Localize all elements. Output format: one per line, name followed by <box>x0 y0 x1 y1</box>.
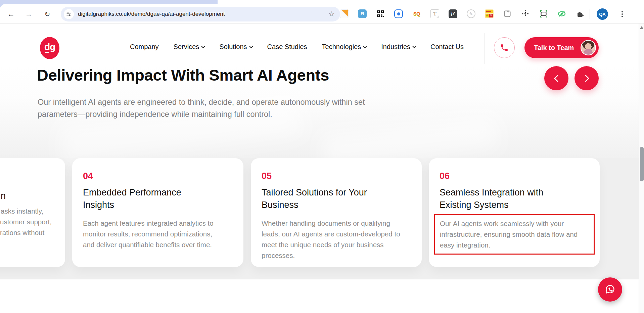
card-title-fragment: n <box>1 190 6 202</box>
site-logo[interactable]: dg <box>40 37 59 59</box>
nav-item-services[interactable]: Services <box>174 43 205 51</box>
page-ruler-extension-icon[interactable] <box>503 9 512 18</box>
url-text: digitalgraphiks.co.uk/demo/dgae-qa/ai-ag… <box>78 11 225 17</box>
carousel-prev-button[interactable] <box>544 66 568 90</box>
pixel-grid-extension-icon[interactable] <box>521 9 530 18</box>
card-body: Whether handling documents or qualifying… <box>262 218 406 261</box>
font-identifier-extension-icon[interactable]: FI <box>358 9 367 18</box>
browser-toolbar: ← → ↻ digitalgraphiks.co.uk/demo/dgae-qa… <box>0 4 644 24</box>
team-avatar <box>581 40 596 55</box>
forward-button[interactable]: → <box>24 9 34 19</box>
card-04: 04 Embedded Performance Insights Each ag… <box>72 158 243 267</box>
extensions-puzzle-icon[interactable] <box>576 9 584 18</box>
webpage: dg Company Services Solutions Case Studi… <box>0 24 639 313</box>
screenshot-extension-icon[interactable] <box>539 9 548 18</box>
carousel-next-button[interactable] <box>574 66 599 90</box>
extensions-row: FI SQ T f? ✎ <box>340 9 584 18</box>
scrollbar[interactable] <box>639 24 644 313</box>
card-body: Each agent features integrated analytics… <box>83 218 222 250</box>
nav-item-technologies[interactable]: Technologies <box>322 43 367 51</box>
profile-avatar[interactable]: QA <box>597 8 608 20</box>
nav-item-case-studies[interactable]: Case Studies <box>267 43 307 51</box>
card-body-fragment: rations without <box>0 229 44 237</box>
chevron-down-icon <box>412 44 416 48</box>
main-navigation: Company Services Solutions Case Studies … <box>130 43 464 51</box>
browser-window: ← → ↻ digitalgraphiks.co.uk/demo/dgae-qa… <box>0 0 644 313</box>
function-help-extension-icon[interactable]: f? <box>449 9 457 18</box>
qr-code-extension-icon[interactable] <box>376 9 385 18</box>
bookmark-star-icon[interactable]: ☆ <box>328 10 335 18</box>
nav-item-company[interactable]: Company <box>130 43 159 51</box>
talk-to-team-label: Talk to Team <box>534 44 574 52</box>
browser-menu-icon[interactable] <box>617 9 627 19</box>
address-bar[interactable]: digitalgraphiks.co.uk/demo/dgae-qa/ai-ag… <box>61 7 340 21</box>
talk-to-team-button[interactable]: Talk to Team <box>524 37 599 58</box>
chevron-down-icon <box>363 44 367 48</box>
whatsapp-button[interactable] <box>598 277 622 302</box>
screen-record-extension-icon[interactable] <box>394 9 403 18</box>
scrollbar-up-arrow[interactable] <box>640 26 644 29</box>
nav-item-contact-us[interactable]: Contact Us <box>430 43 464 51</box>
header-divider <box>484 33 485 64</box>
nav-item-solutions[interactable]: Solutions <box>219 43 252 51</box>
phone-call-button[interactable] <box>494 37 515 58</box>
card-body-fragment: ustomer support, <box>0 218 52 226</box>
chevron-left-icon <box>554 75 561 82</box>
card-05: 05 Tailored Solutions for Your Business … <box>251 158 422 267</box>
chevron-down-icon <box>249 44 253 48</box>
page-subtitle: Our intelligent AI agents are engineered… <box>38 96 394 120</box>
scrollbar-thumb[interactable] <box>640 147 644 181</box>
seoquake-extension-icon[interactable]: SQ <box>412 9 421 18</box>
toolbar-divider <box>590 9 590 19</box>
card-body: Our AI agents work seamlessly with your … <box>440 218 589 251</box>
logo-underline <box>45 52 49 53</box>
site-info-icon[interactable] <box>64 9 74 19</box>
text-tool-extension-icon[interactable]: T <box>430 9 439 18</box>
card-title: Seamless Integration with Existing Syste… <box>440 186 574 211</box>
annotation-highlight-box: Our AI agents work seamlessly with your … <box>434 214 595 255</box>
nav-item-industries[interactable]: Industries <box>381 43 416 51</box>
phone-icon <box>500 43 509 52</box>
card-06: 06 Seamless Integration with Existing Sy… <box>429 158 600 267</box>
card-number: 05 <box>262 171 272 181</box>
measure-extension-icon[interactable] <box>340 9 349 18</box>
page-title: Delivering Impact With Smart AI Agents <box>37 66 329 84</box>
chevron-down-icon <box>201 44 205 48</box>
back-button[interactable]: ← <box>6 9 16 19</box>
card-number: 06 <box>440 171 450 181</box>
card-body-fragment: asks instantly, <box>1 207 43 215</box>
whatsapp-icon <box>603 283 617 296</box>
chevron-right-icon <box>582 75 589 82</box>
card-number: 04 <box>83 171 93 181</box>
visibility-extension-icon[interactable] <box>557 9 566 18</box>
card-partial: n asks instantly, ustomer support, ratio… <box>0 158 65 267</box>
logo-text: dg <box>40 42 59 52</box>
reload-button[interactable]: ↻ <box>42 9 53 19</box>
card-title: Embedded Performance Insights <box>83 186 197 211</box>
checklist-extension-icon[interactable]: ✓ ✕ <box>485 9 494 18</box>
pencil-extension-icon[interactable]: ✎ <box>467 9 475 18</box>
card-title: Tailored Solutions for Your Business <box>262 186 393 211</box>
